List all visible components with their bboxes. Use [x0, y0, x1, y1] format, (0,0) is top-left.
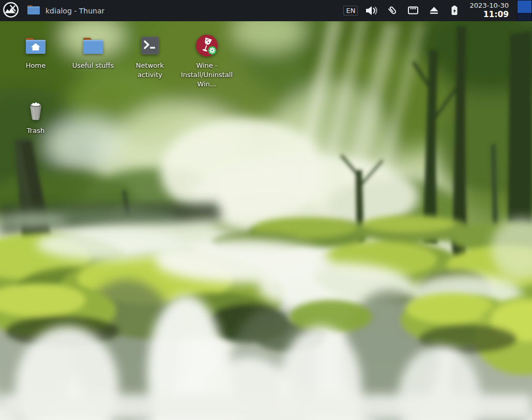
volume-icon[interactable]	[365, 3, 378, 18]
clipboard-paperclip-icon[interactable]	[386, 3, 399, 18]
desktop: Home Useful stuffs Network activity	[0, 0, 532, 420]
desktop-icon-label: Network activity	[123, 61, 177, 80]
applications-menu-button[interactable]	[0, 0, 22, 21]
desktop-icon-label: Home	[26, 61, 45, 70]
system-tray: EN	[343, 2, 512, 20]
top-panel: kdialog - Thunar EN	[0, 0, 532, 21]
desktop-icon-home[interactable]: Home	[8, 33, 63, 70]
network-port-icon[interactable]	[406, 3, 420, 18]
folder-home-icon	[23, 33, 48, 58]
workspace-2[interactable]	[518, 13, 531, 21]
folder-icon	[81, 33, 105, 58]
trash-full-icon	[23, 98, 48, 123]
workspace-switcher[interactable]	[517, 0, 532, 21]
distro-menu-icon	[2, 1, 20, 21]
clock[interactable]: 2023-10-30 11:09	[469, 2, 509, 20]
workspace-1[interactable]	[518, 1, 531, 13]
desktop-icon-useful-stuffs[interactable]: Useful stuffs	[66, 33, 120, 70]
desktop-icon-label: Wine - Install/Uninstall Win...	[179, 61, 234, 89]
eject-icon[interactable]	[427, 3, 440, 18]
wine-icon	[194, 33, 219, 58]
taskbar-window-title: kdialog - Thunar	[45, 7, 104, 15]
clock-date: 2023-10-30	[469, 2, 509, 10]
desktop-icon-wine[interactable]: Wine - Install/Uninstall Win...	[179, 33, 234, 89]
terminal-icon	[138, 33, 162, 58]
clock-time: 11:09	[469, 10, 509, 20]
desktop-icon-trash[interactable]: Trash	[8, 98, 63, 136]
keyboard-layout-indicator[interactable]: EN	[343, 6, 358, 16]
folder-icon	[27, 4, 40, 17]
taskbar-window-button[interactable]: kdialog - Thunar	[22, 0, 110, 21]
desktop-icon-network-activity[interactable]: Network activity	[123, 33, 177, 80]
desktop-icon-label: Trash	[27, 126, 44, 136]
battery-charging-icon[interactable]	[448, 3, 461, 18]
desktop-icon-label: Useful stuffs	[72, 61, 114, 70]
